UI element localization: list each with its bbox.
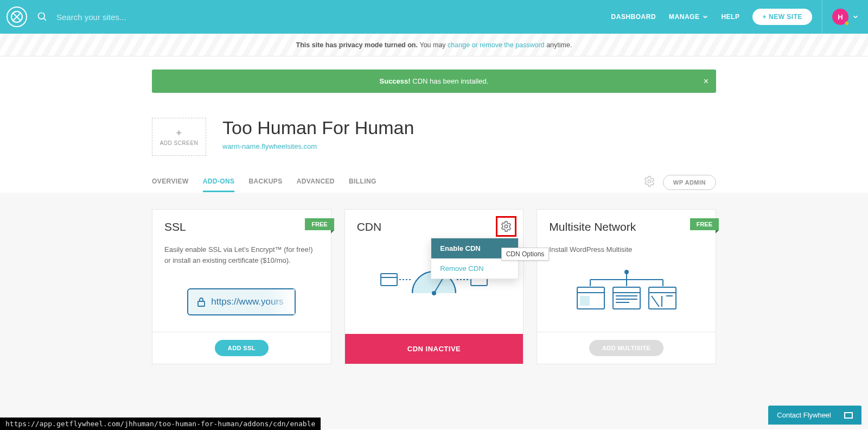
search-wrap	[37, 11, 611, 22]
add-screen-label: ADD SCREEN	[160, 140, 199, 146]
card-multisite-desc: Install WordPress Multisite	[549, 244, 704, 255]
svg-point-2	[648, 180, 651, 183]
plus-icon: +	[176, 128, 182, 138]
nav-manage[interactable]: MANAGE	[669, 13, 708, 21]
nav-help[interactable]: HELP	[721, 13, 739, 21]
card-ssl: SSL FREE Easily enable SSL via Let's Enc…	[152, 209, 331, 364]
privacy-tail: anytime.	[546, 41, 572, 49]
svg-point-4	[505, 225, 508, 228]
chat-window-icon	[844, 412, 853, 419]
tabs: OVERVIEW ADD-ONS BACKUPS ADVANCED BILLIN…	[152, 172, 376, 192]
privacy-mid: You may	[419, 41, 448, 49]
alert-text: CDN has been installed.	[412, 77, 488, 85]
nav-dashboard[interactable]: DASHBOARD	[611, 13, 656, 21]
search-icon	[37, 11, 48, 22]
multisite-illustration	[549, 262, 704, 321]
nav-manage-label: MANAGE	[669, 13, 699, 21]
svg-point-0	[39, 13, 45, 20]
site-title: Too Human For Human	[222, 118, 414, 138]
cdn-options-tooltip: CDN Options	[501, 248, 550, 261]
main: Success! CDN has been installed. × + ADD…	[152, 56, 716, 193]
privacy-password-link[interactable]: change or remove the password	[448, 41, 545, 49]
card-ssl-desc: Easily enable SSL via Let's Encrypt™ (fo…	[164, 244, 319, 265]
avatar: H	[832, 9, 848, 25]
card-ssl-title: SSL	[164, 220, 186, 233]
tab-backups[interactable]: BACKUPS	[248, 172, 282, 192]
alert-strong: Success!	[380, 77, 411, 85]
add-ssl-button[interactable]: ADD SSL	[215, 340, 269, 356]
cdn-status-bar: CDN INACTIVE	[345, 334, 524, 364]
privacy-banner: This site has privacy mode turned on. Yo…	[0, 34, 868, 56]
tabs-row: OVERVIEW ADD-ONS BACKUPS ADVANCED BILLIN…	[152, 172, 716, 193]
flywheel-logo[interactable]	[7, 7, 27, 27]
tabs-right: WP ADMIN	[643, 175, 716, 190]
new-site-button[interactable]: +NEW SITE	[752, 9, 812, 25]
avatar-initial: H	[838, 13, 843, 21]
success-alert: Success! CDN has been installed. ×	[152, 69, 716, 93]
svg-rect-5	[381, 274, 397, 286]
menu-remove-cdn[interactable]: Remove CDN	[431, 258, 518, 279]
tab-addons[interactable]: ADD-ONS	[203, 172, 235, 192]
contact-label: Contact Flywheel	[777, 411, 831, 419]
tab-advanced[interactable]: ADVANCED	[297, 172, 335, 192]
flywheel-logo-icon	[11, 11, 23, 23]
add-multisite-button[interactable]: ADD MULTISITE	[589, 340, 663, 356]
contact-flywheel-button[interactable]: Contact Flywheel	[768, 406, 861, 425]
notification-dot-icon	[845, 21, 849, 26]
topbar: DASHBOARD MANAGE HELP +NEW SITE H	[0, 0, 868, 34]
svg-line-1	[44, 18, 46, 21]
card-multisite: Multisite Network FREE Install WordPress…	[537, 209, 716, 364]
card-cdn-title: CDN	[357, 220, 382, 233]
free-badge: FREE	[690, 218, 719, 230]
site-settings-button[interactable]	[643, 175, 655, 189]
chevron-down-icon	[853, 14, 858, 20]
svg-rect-25	[580, 296, 590, 306]
cdn-options-button[interactable]	[496, 216, 516, 237]
addon-cards: SSL FREE Easily enable SSL via Let's Enc…	[152, 209, 716, 364]
tab-overview[interactable]: OVERVIEW	[152, 172, 189, 192]
svg-rect-3	[198, 301, 205, 306]
ssl-illustration: https://www.yours	[164, 272, 319, 332]
card-cdn: CDN Enable CDN Remove CDN CDN Options	[344, 209, 524, 364]
privacy-lead: This site has privacy mode turned on.	[296, 41, 420, 49]
tab-billing[interactable]: BILLING	[349, 172, 376, 192]
add-screenshot-button[interactable]: + ADD SCREEN	[152, 118, 206, 156]
wp-admin-button[interactable]: WP ADMIN	[663, 175, 716, 190]
user-menu[interactable]: H	[832, 9, 858, 25]
site-url-link[interactable]: warm-name.flywheelsites.com	[222, 142, 317, 150]
browser-status-url: https://app.getflywheel.com/jhhuman/too-…	[0, 418, 321, 429]
chevron-down-icon	[703, 14, 708, 20]
search-input[interactable]	[55, 12, 272, 22]
topbar-divider	[822, 0, 822, 34]
alert-close-button[interactable]: ×	[704, 77, 709, 86]
top-nav: DASHBOARD MANAGE HELP +NEW SITE	[611, 9, 812, 25]
svg-rect-21	[613, 287, 640, 309]
svg-point-12	[432, 292, 436, 295]
gear-icon	[643, 175, 655, 187]
cards-area: SSL FREE Easily enable SSL via Let's Enc…	[0, 193, 868, 429]
lock-icon	[197, 297, 206, 307]
free-badge: FREE	[305, 218, 334, 230]
gear-icon	[500, 220, 512, 232]
svg-point-18	[625, 270, 628, 274]
card-multisite-title: Multisite Network	[549, 220, 636, 233]
site-header: + ADD SCREEN Too Human For Human warm-na…	[152, 118, 716, 156]
new-site-label: NEW SITE	[769, 13, 802, 21]
